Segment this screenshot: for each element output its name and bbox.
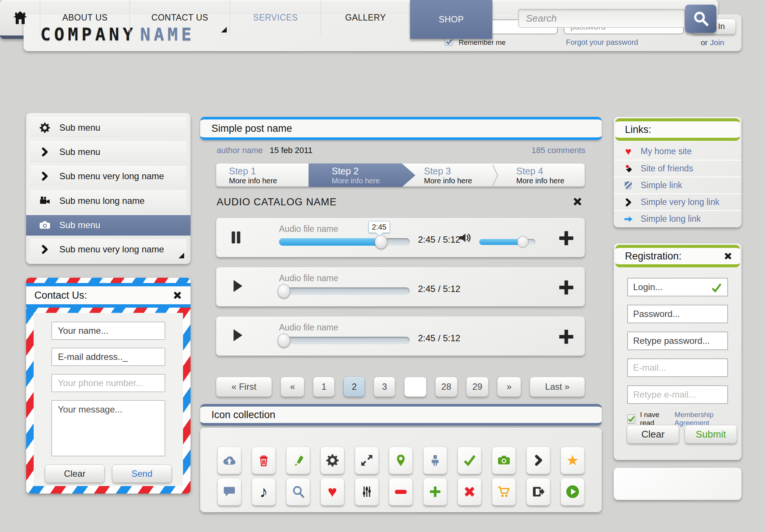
nav-item-contact[interactable]: CONTACT US (130, 0, 230, 35)
music-note-icon[interactable]: ♪ (252, 478, 276, 505)
search-input[interactable] (518, 9, 685, 28)
volume-icon[interactable] (458, 231, 473, 244)
pagination-prev[interactable]: « (281, 377, 304, 397)
pagination-page-3[interactable]: 3 (374, 377, 395, 397)
forgot-password-link[interactable]: Forgot your password (566, 38, 638, 47)
sidebar-item[interactable]: Sub menu long name (30, 190, 186, 211)
pagination-page-29[interactable]: 29 (466, 377, 489, 397)
sidebar-item[interactable]: Sub menu very long name (30, 166, 186, 187)
cloud-upload-icon[interactable] (217, 447, 241, 474)
cart-icon[interactable] (492, 478, 516, 505)
plus-icon[interactable] (558, 280, 574, 295)
sliders-icon[interactable] (355, 478, 379, 505)
chevron-right-icon[interactable] (526, 447, 550, 474)
links-header: Links: (615, 118, 740, 141)
volume-slider[interactable] (479, 239, 535, 245)
audio-progress-slider[interactable] (279, 337, 410, 344)
pagination-page-1[interactable]: 1 (313, 377, 335, 397)
play-icon[interactable] (232, 279, 243, 293)
close-icon[interactable] (572, 196, 583, 207)
progress-fill (279, 238, 381, 246)
plus-icon[interactable] (423, 478, 447, 505)
agreement-checkbox[interactable] (627, 414, 635, 424)
play-circle-icon[interactable] (561, 478, 585, 505)
registration-email-field[interactable] (627, 358, 728, 377)
sidebar-item[interactable]: Sub menu very long name (30, 239, 186, 260)
step-3[interactable]: Step 3 More info here (401, 164, 493, 187)
step-4[interactable]: Step 4 More info here (493, 164, 585, 187)
contact-phone-field[interactable] (52, 374, 165, 392)
progress-handle[interactable] (278, 333, 290, 348)
sidebar-item[interactable]: Sub menu (30, 141, 186, 162)
pagination-last[interactable]: Last » (530, 377, 585, 397)
gear-icon[interactable] (320, 447, 344, 474)
link-item[interactable]: Simple very long link (614, 193, 741, 210)
pause-icon[interactable] (230, 230, 242, 245)
heart-icon[interactable]: ♥ (320, 478, 344, 505)
pagination-page-2-active[interactable]: 2 (343, 377, 365, 397)
logout-icon[interactable] (526, 478, 550, 505)
nav-item-about[interactable]: ABOUT US (40, 0, 130, 35)
check-icon[interactable] (458, 447, 481, 474)
sidebar-item-selected[interactable]: Sub menu (26, 215, 191, 235)
step-title: Step 1 (229, 166, 309, 177)
contact-send-button[interactable]: Send (112, 464, 172, 483)
sidebar-item[interactable]: Sub menu (30, 117, 186, 138)
contact-clear-button[interactable]: Clear (45, 464, 105, 483)
map-pin-icon[interactable] (389, 447, 413, 474)
edit-marker-icon[interactable] (286, 447, 310, 474)
pagination-first[interactable]: « First (216, 377, 272, 397)
audio-progress-slider[interactable] (279, 287, 410, 295)
expand-icon[interactable] (355, 447, 379, 474)
play-icon[interactable] (232, 328, 243, 343)
link-item[interactable]: ♥ My home site (614, 143, 741, 160)
nav-item-services[interactable]: SERVICES (230, 0, 321, 35)
contact-name-field[interactable] (52, 322, 165, 340)
audio-progress-slider[interactable]: 2:45 (279, 238, 410, 246)
user-icon[interactable] (423, 447, 447, 474)
camera-icon[interactable] (492, 447, 516, 474)
pagination-page-input[interactable] (404, 377, 427, 397)
step-subtitle: More info here (516, 177, 585, 185)
link-item[interactable]: Simple long link (614, 210, 741, 227)
close-icon[interactable] (724, 252, 733, 261)
post-date: 15 feb 2011 (270, 146, 313, 155)
gear-icon (38, 122, 51, 133)
check-icon (711, 282, 722, 293)
pagination-next[interactable]: » (497, 377, 521, 397)
pagination-page-28[interactable]: 28 (435, 377, 458, 397)
nav-item-gallery[interactable]: GALLERY (321, 0, 410, 35)
contact-form-title: Contact Us: (34, 290, 87, 301)
contact-email-field[interactable] (52, 348, 165, 366)
audio-catalog-title: AUDIO CATALOG NAME (217, 196, 337, 208)
minus-icon[interactable] (389, 478, 413, 505)
comment-icon[interactable] (217, 478, 241, 505)
link-item[interactable]: Simple link (614, 177, 741, 193)
progress-handle[interactable] (375, 235, 387, 249)
registration-clear-button[interactable]: Clear (627, 425, 679, 444)
search-icon[interactable] (286, 478, 310, 505)
star-icon[interactable]: ★ (561, 447, 585, 474)
step-2-active[interactable]: Step 2 More info here (309, 164, 401, 187)
plus-icon[interactable] (558, 329, 574, 345)
link-item[interactable]: Site of friends (614, 160, 741, 177)
step-1[interactable]: Step 1 More info here (216, 164, 309, 187)
contact-message-field[interactable]: Your message... (52, 400, 165, 456)
post-comments-link[interactable]: 185 comments (522, 146, 585, 155)
registration-submit-button[interactable]: Submit (685, 425, 737, 444)
close-icon[interactable] (173, 290, 182, 300)
registration-retype-email-field[interactable] (627, 385, 728, 404)
trash-icon[interactable] (252, 447, 276, 474)
nav-item-shop[interactable]: SHOP (410, 0, 492, 39)
close-icon[interactable] (458, 478, 481, 505)
join-link[interactable]: Join (710, 38, 724, 47)
registration-retype-password-field[interactable] (627, 332, 728, 350)
volume-handle[interactable] (517, 236, 529, 248)
registration-password-field[interactable] (627, 305, 728, 323)
plus-icon[interactable] (558, 230, 574, 246)
post-author[interactable]: author name (217, 146, 263, 155)
search-button[interactable] (685, 4, 716, 33)
dropdown-corner-icon (179, 253, 184, 258)
nav-item-home[interactable] (0, 0, 40, 35)
progress-handle[interactable] (278, 284, 290, 298)
